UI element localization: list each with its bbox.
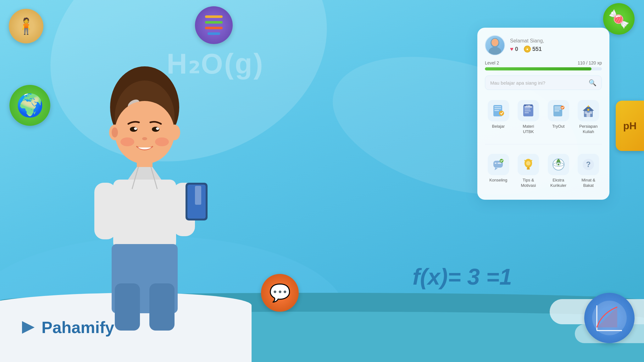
svg-text:?: ? [586, 160, 591, 169]
ekstra-kurikuler-label: Ekstra Kurikuler [547, 178, 570, 188]
stat-heart: ♥ 0 [510, 46, 518, 53]
svg-rect-52 [587, 109, 589, 111]
svg-point-16 [142, 137, 147, 140]
minat-bakat-label: Minat & Bakat [577, 178, 600, 188]
menu-item-konseling[interactable]: Konseling [485, 150, 512, 192]
search-icon[interactable]: 🔍 [589, 79, 597, 86]
svg-point-29 [491, 39, 498, 46]
minat-bakat-icon-box: ? [578, 154, 599, 175]
user-section: Selamat Siang, ♥ 0 ● 551 [485, 35, 602, 55]
candy-icon: 🍬 [603, 3, 635, 35]
svg-rect-26 [149, 283, 175, 331]
chat-bubble-icon: 💬 [261, 274, 299, 312]
persiapan-kuliah-icon-box [578, 100, 599, 121]
menu-item-persiapan-kuliah[interactable]: Persiapan Kuliah [575, 96, 602, 138]
tryout-icon-box [548, 100, 569, 121]
stat-coin: ● 551 [524, 46, 542, 53]
search-placeholder: Mau belajar apa siang ini? [490, 80, 589, 86]
level-label: Level 2 [485, 60, 499, 65]
svg-line-63 [525, 160, 525, 161]
menu-item-tips-motivasi[interactable]: Tips & Motivasi [515, 150, 542, 192]
svg-rect-57 [497, 163, 501, 164]
xp-label: 110 / 120 xp [578, 60, 602, 65]
svg-point-65 [526, 161, 530, 165]
svg-rect-38 [525, 110, 531, 111]
logo-text: Pahamify [42, 318, 114, 337]
svg-rect-36 [525, 106, 532, 108]
persiapan-kuliah-label: Persiapan Kuliah [577, 124, 600, 135]
svg-marker-54 [587, 105, 590, 107]
heart-icon: ♥ [510, 46, 514, 53]
konseling-icon-box [488, 154, 509, 175]
bg-formula-fx: f(x)= 3 =1 [413, 264, 512, 290]
svg-point-6 [115, 101, 175, 164]
materi-utbk-icon-box: UTBK [518, 100, 539, 121]
ph-icon: pH [616, 101, 644, 151]
menu-item-ekstra-kurikuler[interactable]: Ekstra Kurikuler [545, 150, 572, 192]
svg-point-8 [169, 125, 180, 140]
menu-icon [195, 6, 233, 44]
svg-rect-18 [113, 180, 176, 249]
belajar-label: Belajar [492, 124, 505, 129]
level-section: Level 2 110 / 120 xp [485, 60, 602, 70]
anatomy-icon: 🧍 [9, 9, 43, 43]
svg-marker-71 [22, 321, 35, 334]
progress-bar-bg [485, 67, 602, 70]
svg-rect-23 [195, 186, 201, 205]
menu-item-minat-bakat[interactable]: ? Minat & Bakat [575, 150, 602, 192]
menu-item-tryout[interactable]: TryOut [545, 96, 572, 138]
svg-rect-51 [590, 111, 592, 114]
svg-point-14 [134, 127, 137, 130]
search-box[interactable]: Mau belajar apa siang ini? 🔍 [485, 75, 602, 90]
menu-item-materi-utbk[interactable]: UTBK Materi UTBK [515, 96, 542, 138]
menu-item-belajar[interactable]: Belajar [485, 96, 512, 138]
svg-rect-60 [527, 167, 530, 168]
ekstra-kurikuler-icon-box [548, 154, 569, 175]
tryout-label: TryOut [552, 124, 564, 129]
heart-count: 0 [515, 46, 518, 53]
svg-rect-33 [494, 110, 499, 111]
svg-point-15 [156, 127, 159, 130]
konseling-label: Konseling [489, 178, 507, 183]
svg-rect-19 [94, 183, 116, 239]
user-avatar [485, 35, 505, 55]
main-panel: Selamat Siang, ♥ 0 ● 551 Level 2 110 / 1… [477, 28, 609, 200]
svg-rect-61 [527, 168, 530, 170]
svg-rect-56 [495, 163, 497, 164]
svg-line-64 [531, 160, 532, 161]
tips-motivasi-icon-box [518, 154, 539, 175]
greeting-text: Selamat Siang, [510, 38, 602, 44]
progress-bar-fill [485, 67, 591, 70]
svg-point-68 [558, 164, 559, 165]
svg-rect-32 [494, 108, 501, 109]
menu-divider [485, 144, 602, 144]
menu-grid: Belajar UTBK Materi UTBK [485, 96, 602, 192]
logo-container: Pahamify [19, 318, 114, 337]
logo-icon [19, 318, 38, 337]
graph-icon [584, 293, 635, 343]
coin-icon: ● [524, 46, 531, 53]
svg-rect-45 [554, 110, 559, 111]
svg-rect-37 [525, 109, 530, 109]
svg-rect-43 [554, 107, 561, 108]
svg-rect-39 [525, 112, 529, 113]
user-stats: ♥ 0 ● 551 [510, 46, 602, 53]
character-illustration [63, 63, 226, 331]
svg-point-9 [112, 127, 118, 137]
svg-rect-44 [554, 109, 561, 109]
svg-point-11 [155, 137, 169, 146]
tips-motivasi-label: Tips & Motivasi [517, 178, 540, 188]
materi-utbk-label: Materi UTBK [517, 124, 540, 135]
svg-point-34 [499, 111, 504, 116]
belajar-icon-box [488, 100, 509, 121]
svg-rect-50 [585, 111, 587, 114]
svg-text:UTBK: UTBK [526, 105, 530, 107]
svg-rect-25 [115, 283, 140, 331]
coin-count: 551 [532, 46, 542, 53]
user-info: Selamat Siang, ♥ 0 ● 551 [510, 38, 602, 53]
globe-icon: 🌍 [9, 85, 50, 126]
svg-point-10 [120, 137, 134, 146]
svg-rect-31 [494, 106, 501, 107]
level-row: Level 2 110 / 120 xp [485, 60, 602, 65]
